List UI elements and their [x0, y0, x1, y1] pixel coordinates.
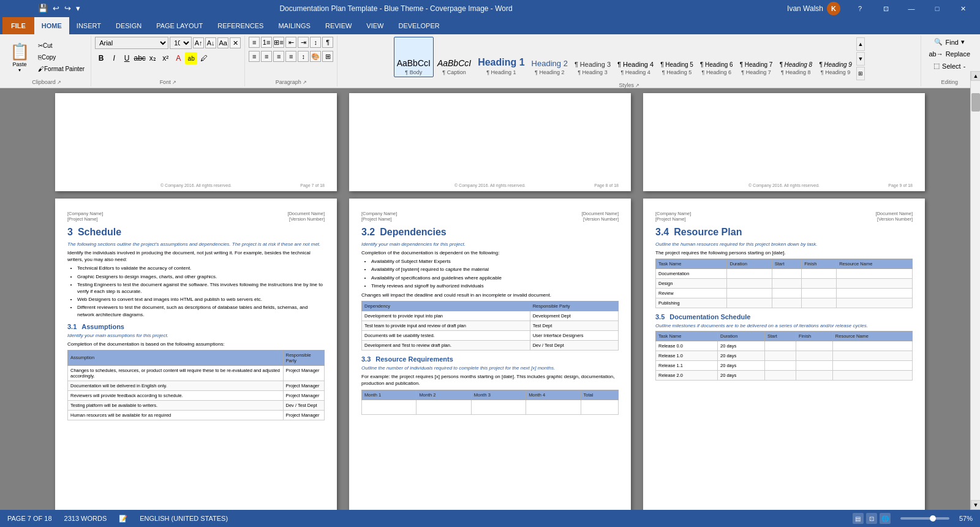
paragraph-group: ≡ 1≡ ⊞≡ ⇤ ⇥ ↕ ¶ ≡ ≡ ≡ ≡ ↕ 🎨 ⊞ — [245, 36, 337, 86]
clear-format-button[interactable]: ✕ — [230, 37, 241, 48]
style-heading8[interactable]: ¶ Heading 8 ¶ Heading 8 — [776, 37, 815, 77]
tab-insert[interactable]: INSERT — [69, 17, 108, 34]
tab-developer[interactable]: DEVELOPER — [391, 17, 447, 34]
clipboard-controls: 📋 Paste ▾ ✂ Cut ⎘ Copy 🖌 Format Painter — [6, 37, 87, 78]
main-pages-row: [Company Name][Project Name] [Document N… — [12, 199, 968, 527]
change-case-button[interactable]: Aa — [217, 37, 228, 48]
tab-home[interactable]: HOME — [34, 17, 69, 34]
tab-design[interactable]: DESIGN — [108, 17, 149, 34]
style-heading2[interactable]: Heading 2 ¶ Heading 2 — [529, 37, 571, 77]
font-grow-button[interactable]: A↑ — [193, 37, 204, 48]
table-row: Documents will be usability tested.User … — [362, 331, 619, 341]
styles-expand[interactable]: ⊞ — [856, 67, 865, 80]
spell-check-icon[interactable]: 📝 — [119, 515, 127, 523]
align-right-button[interactable]: ≡ — [273, 51, 284, 62]
section32-impact: Changes will impact the deadline and cou… — [361, 292, 619, 298]
format-painter-button[interactable]: 🖌 Format Painter — [36, 64, 87, 75]
font-label: Font ↗ — [160, 78, 176, 85]
tab-file[interactable]: FILE — [2, 17, 34, 34]
zoom-level: 57% — [959, 515, 973, 522]
tab-view[interactable]: VIEW — [359, 17, 391, 34]
numbering-button[interactable]: 1≡ — [261, 37, 272, 48]
table-row — [362, 400, 619, 414]
select-button[interactable]: ⬚Select - — [930, 61, 969, 71]
tab-review[interactable]: REVIEW — [318, 17, 359, 34]
tab-page-layout[interactable]: PAGE LAYOUT — [149, 17, 210, 34]
dependencies-table: DependencyResponsible Party Development … — [361, 301, 619, 351]
font-size-select[interactable]: 10 — [170, 37, 192, 49]
customize-qat[interactable]: ▾ — [75, 2, 81, 14]
restore-button[interactable]: ⊡ — [873, 0, 898, 17]
minimize-button[interactable]: — — [899, 0, 924, 17]
style-heading4[interactable]: ¶ Heading 4 ¶ Heading 4 — [614, 37, 657, 77]
style-heading7[interactable]: ¶ Heading 7 ¶ Heading 7 — [737, 37, 776, 77]
style-heading3[interactable]: ¶ Heading 3 ¶ Heading 3 — [571, 37, 614, 77]
font-family-select[interactable]: Arial — [95, 37, 168, 49]
show-marks-button[interactable]: ¶ — [322, 37, 333, 48]
multilevel-button[interactable]: ⊞≡ — [273, 37, 284, 48]
style-heading1[interactable]: Heading 1 ¶ Heading 1 — [475, 37, 527, 77]
font-shrink-button[interactable]: A↓ — [205, 37, 216, 48]
shading-button[interactable]: 🎨 — [310, 51, 321, 62]
maximize-button[interactable]: □ — [925, 0, 949, 17]
document-area: © Company 2016. All rights reserved. Pag… — [0, 88, 980, 527]
sort-button[interactable]: ↕ — [310, 37, 321, 48]
decrease-indent-button[interactable]: ⇤ — [285, 37, 296, 48]
undo-button[interactable]: ↩ — [51, 2, 61, 14]
scroll-down-arrow[interactable]: ▼ — [971, 500, 980, 510]
bold-button[interactable]: B — [95, 52, 107, 64]
redo-button[interactable]: ↪ — [63, 2, 72, 14]
increase-indent-button[interactable]: ⇥ — [298, 37, 309, 48]
status-right: ▤ ⊡ 🌐 57% — [853, 513, 973, 524]
web-view[interactable]: 🌐 — [880, 513, 891, 524]
italic-button[interactable]: I — [108, 52, 120, 64]
style-heading6[interactable]: ¶ Heading 6 ¶ Heading 6 — [697, 37, 736, 77]
zoom-slider[interactable] — [900, 517, 949, 520]
highlight-button[interactable]: ab — [185, 52, 197, 64]
section32-intro: Identify your main dependencies for this… — [361, 241, 619, 247]
tab-mailings[interactable]: MAILINGS — [271, 17, 318, 34]
style-body[interactable]: AaBbCcI ¶ Body — [394, 37, 434, 77]
close-button[interactable]: ✕ — [951, 0, 975, 17]
scroll-up-arrow[interactable]: ▲ — [971, 71, 980, 81]
borders-button[interactable]: ⊞ — [322, 51, 333, 62]
style-heading5[interactable]: ¶ Heading 5 ¶ Heading 5 — [657, 37, 696, 77]
tab-references[interactable]: REFERENCES — [210, 17, 271, 34]
styles-scroll-down[interactable]: ▼ — [856, 52, 865, 66]
full-screen-view[interactable]: ⊡ — [866, 513, 877, 524]
underline-button[interactable]: U — [121, 52, 133, 64]
justify-button[interactable]: ≡ — [285, 51, 296, 62]
styles-expand-icon[interactable]: ↗ — [635, 83, 639, 88]
subscript-button[interactable]: x₂ — [146, 52, 159, 64]
bullets-button[interactable]: ≡ — [249, 37, 260, 48]
clipboard-expand-icon[interactable]: ↗ — [57, 80, 61, 85]
strikethrough-button[interactable]: abc — [134, 52, 146, 64]
font-expand-icon[interactable]: ↗ — [172, 80, 176, 85]
section33-body: For example: the project requires [x] pe… — [361, 373, 619, 387]
line-spacing-button[interactable]: ↕ — [298, 51, 309, 62]
top-pages-row: © Company 2016. All rights reserved. Pag… — [12, 93, 968, 191]
align-left-button[interactable]: ≡ — [249, 51, 260, 62]
paste-button[interactable]: 📋 Paste ▾ — [6, 40, 33, 75]
styles-scroll-up[interactable]: ▲ — [856, 37, 865, 51]
font-color-button[interactable]: 🖊 — [198, 52, 210, 64]
vertical-scrollbar[interactable]: ▲ ▼ — [970, 71, 980, 510]
print-layout-view[interactable]: ▤ — [853, 513, 864, 524]
find-button[interactable]: 🔍Find▾ — [930, 37, 968, 47]
align-center-button[interactable]: ≡ — [261, 51, 272, 62]
section32-heading: 3.2 Dependencies — [361, 227, 619, 238]
save-button[interactable]: 💾 — [37, 2, 49, 14]
cut-button[interactable]: ✂ Cut — [36, 40, 87, 51]
superscript-button[interactable]: x² — [159, 52, 172, 64]
style-caption[interactable]: AaBbCcI ¶ Caption — [434, 37, 474, 77]
table-row: Documentation — [656, 269, 913, 279]
zoom-thumb[interactable] — [930, 515, 936, 521]
text-color-button[interactable]: A — [172, 52, 184, 64]
paragraph-expand-icon[interactable]: ↗ — [303, 80, 307, 85]
copy-button[interactable]: ⎘ Copy — [36, 52, 87, 63]
replace-button[interactable]: ab→Replace — [925, 49, 974, 59]
table-row: Release 1.120 days — [656, 361, 913, 371]
help-button[interactable]: ? — [848, 0, 872, 17]
scroll-thumb[interactable] — [971, 93, 980, 112]
style-heading9[interactable]: ¶ Heading 9 ¶ Heading 9 — [816, 37, 855, 77]
